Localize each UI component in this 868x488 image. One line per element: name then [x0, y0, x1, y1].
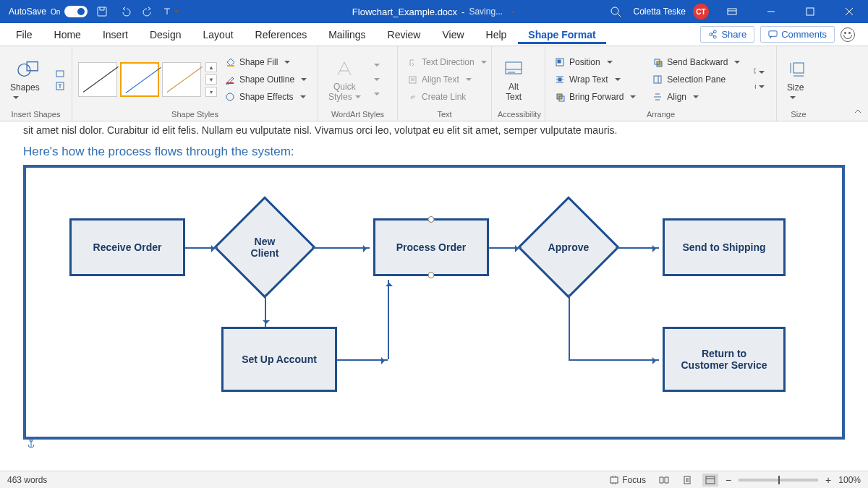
shape-send-shipping[interactable]: Send to Shipping: [663, 218, 786, 276]
send-backward-button[interactable]: Send Backward: [649, 55, 743, 69]
text-direction-button[interactable]: Text Direction: [404, 55, 490, 69]
tab-file[interactable]: File: [6, 25, 43, 44]
document-area[interactable]: sit amet nisl dolor. Curabitur id elit f…: [0, 121, 868, 471]
alt-text-icon: [502, 57, 525, 80]
wrap-text-button[interactable]: Wrap Text: [551, 72, 639, 87]
pencil-icon: [224, 74, 236, 85]
shape-style-gallery[interactable]: [78, 62, 201, 97]
autosave-toggle[interactable]: AutoSave On: [9, 6, 88, 17]
text-box-icon[interactable]: [54, 80, 66, 92]
create-link-button[interactable]: Create Link: [404, 90, 490, 104]
zoom-level[interactable]: 100%: [838, 475, 861, 485]
svg-point-4: [714, 30, 717, 33]
title-dropdown-icon[interactable]: [507, 7, 516, 17]
connector[interactable]: [337, 359, 388, 361]
close-icon[interactable]: [833, 0, 865, 23]
align-text-button[interactable]: Align Text: [404, 72, 490, 87]
feedback-icon[interactable]: [841, 27, 855, 42]
anchor-icon: [26, 438, 36, 450]
print-layout-icon[interactable]: [679, 474, 695, 487]
saving-status: Saving...: [469, 7, 503, 17]
ribbon-display-icon[interactable]: [716, 0, 748, 23]
collapse-ribbon-icon[interactable]: [854, 107, 862, 118]
group-objects-icon[interactable]: [753, 67, 765, 78]
quick-styles-button[interactable]: Quick Styles: [324, 56, 365, 103]
edit-shape-icon[interactable]: [54, 67, 66, 79]
tab-references[interactable]: References: [245, 25, 318, 44]
bring-forward-button[interactable]: Bring Forward: [551, 90, 639, 104]
svg-rect-30: [706, 476, 715, 484]
connector[interactable]: [616, 247, 659, 249]
tab-design[interactable]: Design: [140, 25, 192, 44]
shape-receive-order[interactable]: Receive Order: [69, 218, 185, 276]
text-direction-icon: [407, 56, 418, 68]
shape-process-order[interactable]: Process Order: [373, 218, 489, 276]
qat-customize-icon[interactable]: [163, 3, 180, 20]
zoom-slider[interactable]: [739, 479, 818, 481]
tab-review[interactable]: Review: [378, 25, 431, 44]
dash: -: [461, 7, 464, 17]
connector[interactable]: [569, 359, 659, 361]
maximize-icon[interactable]: [794, 0, 826, 23]
minimize-icon[interactable]: [755, 0, 787, 23]
tab-view[interactable]: View: [432, 25, 474, 44]
lead-text: Here's how the process flows through the…: [13, 142, 855, 165]
style-preset-3[interactable]: [162, 62, 201, 97]
search-icon[interactable]: [605, 1, 626, 22]
undo-icon[interactable]: [116, 3, 134, 20]
connector[interactable]: [489, 247, 522, 249]
shape-return-cs[interactable]: Return to Customer Service: [663, 327, 786, 392]
connector[interactable]: [569, 294, 570, 359]
style-preset-1[interactable]: [78, 62, 117, 97]
bucket-icon: [224, 56, 236, 68]
zoom-in-icon[interactable]: +: [825, 474, 831, 486]
style-gallery-scroll[interactable]: ▲▼▾: [205, 62, 217, 97]
size-button[interactable]: Size: [783, 56, 814, 104]
connector[interactable]: [185, 247, 218, 249]
word-count[interactable]: 463 words: [7, 475, 47, 485]
text-outline-icon[interactable]: [368, 74, 380, 85]
shape-outline-button[interactable]: Shape Outline: [221, 72, 310, 87]
tab-insert[interactable]: Insert: [93, 25, 138, 44]
svg-rect-13: [226, 82, 234, 84]
selection-pane-button[interactable]: Selection Pane: [649, 72, 743, 87]
web-layout-icon[interactable]: [702, 474, 718, 487]
save-icon[interactable]: [93, 3, 111, 20]
style-preset-2[interactable]: [120, 62, 159, 97]
shapes-gallery-button[interactable]: Shapes: [6, 56, 51, 104]
focus-mode-button[interactable]: Focus: [606, 474, 649, 487]
svg-rect-19: [558, 78, 561, 81]
rotate-icon[interactable]: [753, 81, 765, 93]
shape-approve[interactable]: Approve: [532, 211, 605, 283]
svg-point-8: [17, 64, 30, 76]
share-button[interactable]: Share: [700, 26, 754, 43]
alt-text-button[interactable]: Alt Text: [498, 56, 529, 103]
ribbon: Shapes Insert Shapes ▲▼▾ Shape Fill: [0, 46, 868, 121]
tab-shape-format[interactable]: Shape Format: [518, 25, 605, 44]
text-fill-icon[interactable]: [368, 59, 380, 71]
svg-point-14: [226, 93, 234, 100]
shape-setup-account[interactable]: Set Up Account: [221, 327, 337, 392]
text-effects-icon[interactable]: [368, 88, 380, 100]
group-shape-styles: ▲▼▾ Shape Fill Shape Outline Shape Effec…: [72, 46, 318, 121]
tab-help[interactable]: Help: [476, 25, 517, 44]
shape-fill-button[interactable]: Shape Fill: [221, 55, 310, 69]
tab-home[interactable]: Home: [44, 25, 91, 44]
ribbon-tabs: File Home Insert Design Layout Reference…: [0, 23, 868, 46]
tab-mailings[interactable]: Mailings: [318, 25, 375, 44]
comments-button[interactable]: Comments: [760, 26, 835, 43]
connector[interactable]: [312, 247, 370, 249]
position-button[interactable]: Position: [551, 55, 639, 69]
flowchart-drawing-canvas[interactable]: Receive Order New Client Process Order A…: [23, 165, 845, 440]
shape-effects-button[interactable]: Shape Effects: [221, 90, 310, 104]
user-avatar[interactable]: CT: [693, 4, 709, 20]
connector[interactable]: [388, 280, 389, 359]
zoom-out-icon[interactable]: −: [726, 474, 731, 486]
read-mode-icon[interactable]: [656, 474, 672, 487]
shape-new-client[interactable]: New Client: [229, 211, 301, 283]
toggle-switch-icon[interactable]: [64, 6, 88, 17]
connector[interactable]: [265, 294, 266, 327]
redo-icon[interactable]: [140, 3, 157, 20]
align-button[interactable]: Align: [649, 90, 743, 104]
tab-layout[interactable]: Layout: [193, 25, 244, 44]
